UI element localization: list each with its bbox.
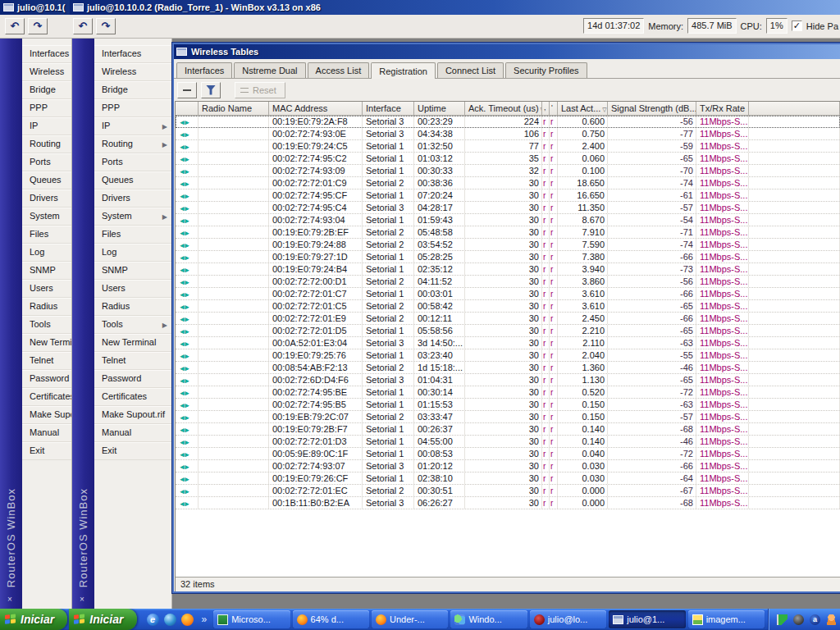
column-header-uptime[interactable]: Uptime xyxy=(414,102,465,116)
column-header-mac-address[interactable]: MAC Address xyxy=(269,102,363,116)
sidebar-item-users[interactable]: Users xyxy=(22,280,71,298)
sidebar-item-certificates[interactable]: Certificates xyxy=(94,388,171,406)
registration-row[interactable]: ◄►00:08:54:AB:F2:13Setorial 21d 15:18:..… xyxy=(176,362,840,374)
registration-row[interactable]: ◄►00:02:72:74:93:07Setorial 301:20:1230r… xyxy=(176,460,840,472)
registration-row[interactable]: ◄►00:05:9E:89:0C:1FSetorial 100:08:5330r… xyxy=(176,448,840,460)
column-header-last-act[interactable]: Last Act...▽ xyxy=(558,102,608,116)
close-icon[interactable]: × xyxy=(7,595,12,604)
undo-button[interactable]: ↶ xyxy=(5,18,25,34)
column-header-tx-rx-rate[interactable]: Tx/Rx Rate xyxy=(696,102,749,116)
sidebar-item-certificates[interactable]: Certificates xyxy=(22,388,71,406)
sidebar-item-ports[interactable]: Ports xyxy=(22,153,71,171)
sidebar-item-radius[interactable]: Radius xyxy=(22,298,71,316)
sidebar-item-make-supout-rif[interactable]: Make Supout.rif xyxy=(22,406,71,424)
registration-row[interactable]: ◄►00:02:72:72:01:ECSetorial 200:30:5130r… xyxy=(176,485,840,497)
sidebar-item-users[interactable]: Users xyxy=(94,280,171,298)
remove-button[interactable] xyxy=(177,82,197,98)
column-header-interface[interactable]: Interface xyxy=(363,102,414,116)
record-icon[interactable] xyxy=(793,614,804,625)
quick-launch-overflow-chevron[interactable]: » xyxy=(199,614,211,625)
wireless-tables-titlebar[interactable]: Wireless Tables xyxy=(174,44,840,59)
taskbar-button-julio-lo[interactable]: julio@lo... xyxy=(530,610,606,628)
sidebar-item-tools[interactable]: Tools▶ xyxy=(94,316,171,334)
registration-row[interactable]: ◄►00:02:72:74:93:09Setorial 100:30:3332r… xyxy=(176,165,840,177)
registration-row[interactable]: ◄►00:02:72:72:01:C5Setorial 200:58:4230r… xyxy=(176,300,840,313)
registration-row[interactable]: ◄►00:02:72:74:95:BESetorial 100:30:1430r… xyxy=(176,386,840,399)
registration-row[interactable]: ◄►00:19:E0:79:26:CFSetorial 102:38:1030r… xyxy=(176,472,840,485)
ie-icon[interactable]: e xyxy=(147,614,159,626)
close-icon[interactable]: × xyxy=(80,595,84,604)
sidebar-item-bridge[interactable]: Bridge xyxy=(94,81,171,99)
tab-interfaces[interactable]: Interfaces xyxy=(176,62,232,78)
sidebar-item-password[interactable]: Password xyxy=(22,370,71,388)
sidebar-item-manual[interactable]: Manual xyxy=(22,424,71,442)
sidebar-item-log[interactable]: Log xyxy=(94,244,171,262)
sidebar-item-routing[interactable]: Routing▶ xyxy=(94,135,171,153)
flag-icon[interactable] xyxy=(777,614,788,625)
firefox-icon[interactable] xyxy=(181,614,194,626)
avast-icon[interactable]: a xyxy=(810,614,820,625)
reset-button[interactable]: Reset xyxy=(235,82,285,98)
registration-row[interactable]: ◄►00:02:72:72:01:D3Setorial 104:55:0030r… xyxy=(176,436,840,448)
registration-row[interactable]: ◄►00:02:72:74:95:C4Setorial 304:28:1730r… xyxy=(176,202,840,214)
sidebar-item-ip[interactable]: IP xyxy=(22,117,71,135)
taskbar-button-64-d[interactable]: 64% d... xyxy=(293,610,369,628)
registration-row[interactable]: ◄►00:19:EB:79:2C:07Setorial 203:33:4730r… xyxy=(176,411,840,423)
sidebar-item-exit[interactable]: Exit xyxy=(94,442,171,460)
sidebar-item-wireless[interactable]: Wireless xyxy=(22,63,71,81)
registration-row[interactable]: ◄►00:02:72:72:01:C9Setorial 200:38:3630r… xyxy=(176,177,840,189)
sidebar-item-new-terminal[interactable]: New Terminal xyxy=(94,334,171,352)
sidebar-item-snmp[interactable]: SNMP xyxy=(22,262,71,280)
registration-row[interactable]: ◄►00:02:72:72:01:D5Setorial 105:58:5630r… xyxy=(176,325,840,337)
column-header-signal-strength-db[interactable]: Signal Strength (dB... xyxy=(608,102,696,116)
registration-row[interactable]: ◄►00:0A:52:01:E3:04Setorial 33d 14:50:..… xyxy=(176,337,840,349)
column-header[interactable] xyxy=(749,102,840,116)
sidebar-item-snmp[interactable]: SNMP xyxy=(94,262,171,280)
sidebar-item-drivers[interactable]: Drivers xyxy=(94,189,171,208)
background-window-titlebar[interactable]: julio@10.1( xyxy=(0,0,70,15)
sidebar-item-ip[interactable]: IP▶ xyxy=(94,117,171,135)
sidebar-item-password[interactable]: Password xyxy=(94,370,171,388)
taskbar-button-under[interactable]: Under-... xyxy=(372,610,448,628)
undo-button[interactable]: ↶ xyxy=(73,18,93,34)
sidebar-item-queues[interactable]: Queues xyxy=(94,171,171,189)
sidebar-item-files[interactable]: Files xyxy=(94,226,171,244)
sidebar-item-routing[interactable]: Routing xyxy=(22,135,71,153)
media-player-icon[interactable] xyxy=(164,614,176,626)
registration-row[interactable]: ◄►00:19:E0:79:25:76Setorial 103:23:4030r… xyxy=(176,349,840,362)
registration-row[interactable]: ◄►00:19:E0:79:2B:F7Setorial 100:26:3730r… xyxy=(176,423,840,436)
user-icon[interactable] xyxy=(826,614,837,625)
registration-row[interactable]: ◄►00:19:E0:79:24:B4Setorial 102:35:1230r… xyxy=(176,263,840,276)
tab-registration[interactable]: Registration xyxy=(371,62,436,79)
start-button[interactable]: Iniciar xyxy=(0,609,67,630)
registration-row[interactable]: ◄►00:02:72:6D:D4:F6Setorial 301:04:3130r… xyxy=(176,374,840,386)
sidebar-item-interfaces[interactable]: Interfaces xyxy=(94,45,171,63)
start-button[interactable]: Iniciar xyxy=(69,609,136,630)
tab-access-list[interactable]: Access List xyxy=(308,62,370,78)
taskbar-button-julio-1[interactable]: julio@1... xyxy=(609,610,685,628)
active-window-titlebar[interactable]: julio@10.10.0.2 (Radio_Torre_1) - WinBox… xyxy=(70,0,840,15)
registration-row[interactable]: ◄►00:19:E0:79:2A:F8Setorial 300:23:29224… xyxy=(176,116,840,128)
sidebar-item-wireless[interactable]: Wireless xyxy=(94,63,171,81)
tab-security-profiles[interactable]: Security Profiles xyxy=(505,62,587,78)
column-header-[interactable]: ' xyxy=(550,102,558,116)
column-header[interactable] xyxy=(176,102,199,116)
sidebar-item-interfaces[interactable]: Interfaces xyxy=(22,45,71,63)
sidebar-item-bridge[interactable]: Bridge xyxy=(22,81,71,99)
sidebar-item-ports[interactable]: Ports xyxy=(94,153,171,171)
filter-button[interactable] xyxy=(201,82,221,98)
sidebar-item-files[interactable]: Files xyxy=(22,226,71,244)
registration-row[interactable]: ◄►00:02:72:72:01:E9Setorial 200:12:1130r… xyxy=(176,313,840,325)
column-header-radio-name[interactable]: Radio Name xyxy=(199,102,269,116)
sidebar-item-ppp[interactable]: PPP xyxy=(22,99,71,117)
sidebar-item-system[interactable]: System xyxy=(22,208,71,226)
sidebar-item-tools[interactable]: Tools xyxy=(22,316,71,334)
sidebar-item-make-supout-rif[interactable]: Make Supout.rif xyxy=(94,406,171,424)
sidebar-item-exit[interactable]: Exit xyxy=(22,442,71,460)
redo-button[interactable]: ↷ xyxy=(28,18,48,34)
sidebar-item-telnet[interactable]: Telnet xyxy=(94,352,171,370)
registration-row[interactable]: ◄►00:19:E0:79:24:C5Setorial 101:32:5077r… xyxy=(176,140,840,153)
sidebar-item-radius[interactable]: Radius xyxy=(94,298,171,316)
registration-row[interactable]: ◄►00:02:72:74:93:0ESetorial 304:34:38106… xyxy=(176,128,840,140)
registration-row[interactable]: ◄►00:02:72:74:93:04Setorial 101:59:4330r… xyxy=(176,214,840,226)
